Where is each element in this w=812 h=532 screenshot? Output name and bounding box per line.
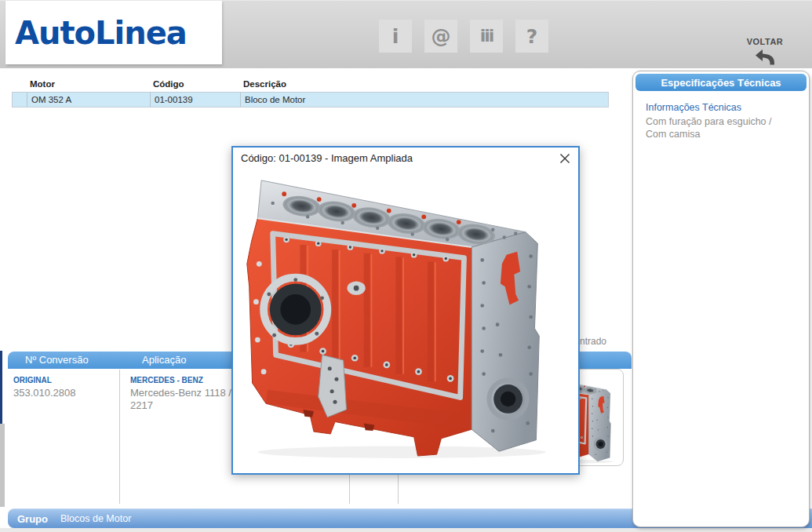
- header-band: AutoLinea i @ iii ? VOLTAR: [0, 0, 812, 68]
- modal-title: Código: 01-00139 - Imagem Ampliada: [241, 152, 413, 164]
- engine-block-image: [242, 171, 569, 463]
- info-icon: i: [392, 27, 399, 46]
- bottom-strip: [0, 528, 812, 532]
- info-button[interactable]: i: [379, 20, 412, 53]
- spec-text-line: Com furação para esguicho /: [646, 116, 772, 127]
- undo-arrow-icon: [754, 48, 776, 67]
- group-value: Blocos de Motor: [60, 513, 131, 524]
- app-window: AutoLinea i @ iii ? VOLTAR Mot: [0, 0, 812, 532]
- column-codigo: Código: [149, 79, 239, 89]
- column-descricao: Descrição: [239, 79, 609, 89]
- stats-icon: iii: [480, 27, 493, 45]
- motor-table: Motor Código Descrição OM 352 A 01-00139…: [12, 75, 609, 107]
- technical-info-link[interactable]: Informações Técnicas: [646, 102, 741, 113]
- brand-label[interactable]: MERCEDES - BENZ: [130, 376, 203, 384]
- cell-codigo: 01-00139: [150, 93, 240, 107]
- original-label: ORIGINAL: [13, 376, 52, 384]
- cell-motor: OM 352 A: [27, 93, 150, 107]
- logo-panel: AutoLinea: [5, 1, 222, 64]
- application-line: Mercedes-Benz 1118 / 1: [130, 387, 240, 399]
- header-aplicacao: Aplicação: [142, 354, 186, 366]
- motor-table-header: Motor Código Descrição: [12, 75, 609, 92]
- spec-text-line: Com camisa: [646, 129, 700, 140]
- group-label: Grupo: [17, 513, 48, 525]
- table-row[interactable]: OM 352 A 01-00139 Bloco de Motor: [12, 92, 609, 107]
- cell-descricao: Bloco de Motor: [240, 93, 608, 107]
- original-value: 353.010.2808: [13, 387, 76, 399]
- toolbar: i @ iii ?: [379, 20, 548, 53]
- column-divider: [119, 370, 120, 504]
- help-icon: ?: [526, 27, 538, 46]
- image-modal: Código: 01-00139 - Imagem Ampliada: [231, 146, 580, 475]
- help-button[interactable]: ?: [515, 20, 548, 53]
- header-conversao: Nº Conversão: [25, 354, 89, 366]
- contact-button[interactable]: @: [424, 20, 457, 53]
- back-button[interactable]: VOLTAR: [741, 37, 788, 70]
- stats-button[interactable]: iii: [470, 20, 503, 53]
- back-button-label: VOLTAR: [741, 37, 788, 46]
- close-icon[interactable]: [559, 153, 570, 164]
- spec-panel: Especificações Técnicas Informações Técn…: [632, 71, 810, 527]
- column-motor: Motor: [26, 79, 149, 89]
- at-icon: @: [431, 27, 451, 46]
- spec-panel-title: Especificações Técnicas: [635, 74, 807, 91]
- application-line: 2217: [130, 399, 153, 411]
- app-logo: AutoLinea: [5, 15, 187, 51]
- left-edge-strip: [0, 424, 5, 507]
